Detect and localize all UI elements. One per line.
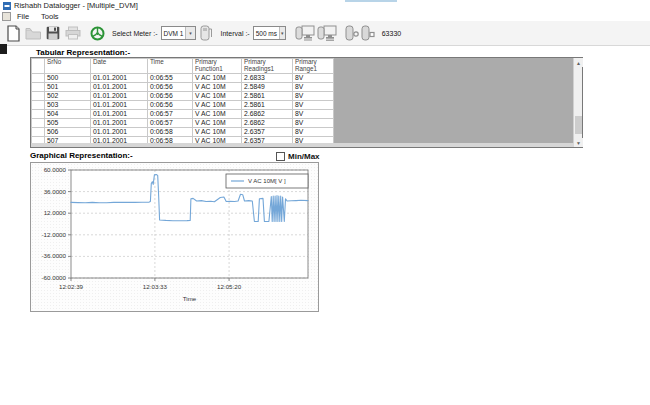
table-cell: 0:06:57 (148, 110, 193, 119)
table-cell: 2.5861 (242, 101, 293, 110)
tabular-section-title: Tabular Representation:- (36, 48, 130, 57)
read-meter-pc1-icon (295, 25, 315, 42)
minmax-control: Min/Max (276, 152, 320, 161)
table-cell: V AC 10M (193, 83, 242, 92)
row-selector-cell[interactable] (32, 110, 45, 119)
x-axis-title: Time (183, 295, 197, 302)
y-tick-label: 36.0000 (44, 188, 67, 195)
chart-container: 60.000036.000012.0000-12.0000-36.0000-60… (30, 162, 319, 312)
configure-icon (90, 26, 105, 41)
x-tick-label: 12:02:39 (59, 283, 84, 290)
table-cell: 500 (45, 74, 91, 83)
menu-file[interactable]: File (11, 12, 35, 21)
open-folder-icon (25, 27, 42, 40)
row-selector-header (32, 59, 45, 74)
table-vscrollbar[interactable]: ▲ ▼ (573, 58, 582, 147)
table-cell: 2.6357 (242, 128, 293, 137)
table-cell: 8V (293, 83, 334, 92)
meter-device-icon (200, 25, 212, 41)
table-hscrollbar[interactable] (31, 143, 574, 147)
row-selector-cell[interactable] (32, 83, 45, 92)
row-selector-cell[interactable] (32, 101, 45, 110)
meter-memory-icon (361, 25, 375, 41)
table-cell: 8V (293, 119, 334, 128)
minmax-label: Min/Max (288, 152, 320, 161)
meter-device-button[interactable] (196, 23, 216, 43)
read-meter-memory-button[interactable] (316, 23, 338, 43)
mdi-child-icon[interactable] (2, 12, 11, 21)
table-row[interactable]: 50601.01.20010:06:58V AC 10M2.63578V (32, 128, 334, 137)
table-cell: V AC 10M (193, 74, 242, 83)
row-selector-cell[interactable] (32, 128, 45, 137)
y-tick-label: -12.0000 (42, 231, 67, 238)
open-file-button (23, 23, 43, 43)
table-cell: 01.01.2001 (91, 83, 148, 92)
table-cell: 8V (293, 92, 334, 101)
start-logging-button[interactable] (344, 23, 360, 43)
save-button[interactable] (43, 23, 63, 43)
interval-dropdown[interactable]: 500 ms ▾ (253, 26, 286, 40)
read-meter-pc2-icon (317, 25, 337, 42)
table-cell: 8V (293, 110, 334, 119)
app-window: Rishabh Datalogger - [Multiple_DVM] File… (0, 0, 650, 405)
table-cell: 0:06:55 (148, 74, 193, 83)
new-file-icon (6, 25, 21, 42)
x-tick-label: 12:03:33 (143, 283, 168, 290)
print-button (63, 23, 83, 43)
column-header[interactable]: Primary Function1 (193, 59, 242, 74)
y-tick-label: -60.0000 (42, 274, 67, 281)
select-meter-label: Select Meter :- (112, 30, 158, 37)
row-selector-cell[interactable] (32, 74, 45, 83)
readings-table: SrNoDateTimePrimary Function1Primary Rea… (31, 58, 334, 146)
y-tick-label: 12.0000 (44, 209, 67, 216)
table-cell: V AC 10M (193, 128, 242, 137)
column-header[interactable]: SrNo (45, 59, 91, 74)
x-tick-label: 12:05:20 (217, 283, 242, 290)
stop-logging-button[interactable] (360, 23, 376, 43)
graphical-section-title: Graphical Representation:- (30, 151, 133, 160)
column-header[interactable]: Date (91, 59, 148, 74)
record-counter: 63330 (382, 30, 401, 37)
table-cell: 502 (45, 92, 91, 101)
scroll-down-icon[interactable]: ▼ (574, 138, 583, 147)
table-cell: 8V (293, 101, 334, 110)
table-row[interactable]: 50201.01.20010:06:56V AC 10M2.58618V (32, 92, 334, 101)
table-body: 50001.01.20010:06:55V AC 10M2.68338V5010… (32, 74, 334, 146)
new-file-button[interactable] (3, 23, 23, 43)
row-selector-cell[interactable] (32, 92, 45, 101)
mdi-child-corner (0, 44, 7, 54)
column-header[interactable]: Primary Range1 (293, 59, 334, 74)
minmax-checkbox[interactable] (276, 152, 285, 161)
read-meter-online-button[interactable] (294, 23, 316, 43)
configure-button[interactable] (87, 23, 107, 43)
y-tick-label: -36.0000 (42, 252, 67, 259)
select-meter-value: DVM 1 (162, 30, 186, 37)
table-row[interactable]: 50401.01.20010:06:57V AC 10M2.68628V (32, 110, 334, 119)
save-icon (46, 26, 60, 40)
table-row[interactable]: 50501.01.20010:06:57V AC 10M2.68628V (32, 119, 334, 128)
table-cell: 8V (293, 128, 334, 137)
select-meter-dropdown[interactable]: DVM 1 ▾ (161, 26, 196, 40)
menu-tools[interactable]: Tools (35, 12, 65, 21)
scrollbar-thumb[interactable] (575, 116, 582, 134)
table-row[interactable]: 50001.01.20010:06:55V AC 10M2.68338V (32, 74, 334, 83)
table-row[interactable]: 50101.01.20010:06:56V AC 10M2.58498V (32, 83, 334, 92)
table-cell: V AC 10M (193, 110, 242, 119)
table-row[interactable]: 50301.01.20010:06:56V AC 10M2.58618V (32, 101, 334, 110)
scroll-up-icon[interactable]: ▲ (574, 58, 583, 67)
table-cell: 8V (293, 74, 334, 83)
table-cell: 2.6862 (242, 119, 293, 128)
table-cell: 0:06:56 (148, 101, 193, 110)
table-cell: 0:06:56 (148, 92, 193, 101)
y-tick-label: 60.0000 (44, 166, 67, 173)
column-header[interactable]: Time (148, 59, 193, 74)
column-header[interactable]: Primary Readings1 (242, 59, 293, 74)
title-bar: Rishabh Datalogger - [Multiple_DVM] (0, 0, 650, 11)
row-selector-cell[interactable] (32, 119, 45, 128)
table-cell: V AC 10M (193, 101, 242, 110)
table-cell: 505 (45, 119, 91, 128)
legend-label: V AC 10M[ V ] (248, 178, 286, 184)
table-cell: 01.01.2001 (91, 110, 148, 119)
interval-label: Interval :- (221, 30, 250, 37)
interval-value: 500 ms (254, 30, 279, 37)
